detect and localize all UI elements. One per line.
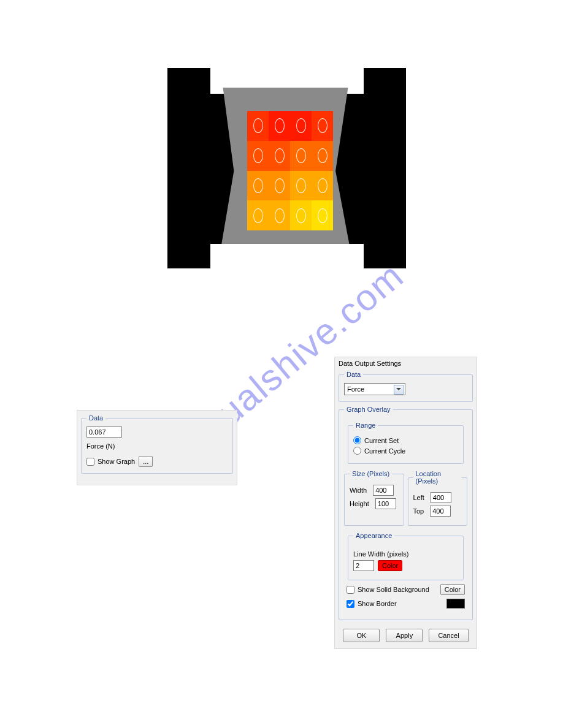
location-group: Location (Pixels) Left Top [408, 470, 468, 526]
data-mini-panel: Data Force (N) Show Graph ... [77, 410, 237, 485]
chevron-down-icon [396, 388, 401, 390]
left-label: Left [413, 494, 424, 501]
dialog-title: Data Output Settings [335, 357, 477, 367]
location-legend: Location (Pixels) [413, 470, 462, 485]
strain-heatmap [247, 111, 333, 230]
range-group: Range Current Set Current Cycle [348, 422, 464, 464]
data-value-field [86, 427, 122, 438]
bg-color-button[interactable]: Color [440, 584, 465, 595]
show-border-label: Show Border [358, 600, 397, 607]
mini-legend: Data [86, 414, 105, 422]
range-current-cycle-radio[interactable]: Current Cycle [353, 447, 405, 455]
apply-button[interactable]: Apply [386, 629, 423, 642]
more-button[interactable]: ... [139, 456, 153, 467]
border-color-swatch[interactable] [446, 599, 465, 609]
width-input[interactable] [373, 485, 394, 496]
graph-overlay-group: Graph Overlay Range Current Set Current … [339, 406, 473, 620]
data-group: Data Force [339, 371, 473, 402]
appearance-legend: Appearance [353, 532, 394, 539]
range-current-set-label: Current Set [364, 437, 399, 444]
data-source-selected: Force [347, 385, 364, 393]
specimen-image [167, 68, 406, 268]
show-graph-checkbox[interactable]: Show Graph [86, 458, 135, 466]
ok-button[interactable]: OK [343, 629, 380, 642]
range-legend: Range [353, 422, 378, 429]
left-input[interactable] [431, 492, 451, 503]
line-width-input[interactable] [353, 560, 374, 571]
line-color-button[interactable]: Color [378, 560, 402, 571]
height-label: Height [350, 500, 369, 507]
cancel-button[interactable]: Cancel [429, 629, 468, 642]
data-output-settings-dialog: Data Output Settings Data Force Graph Ov… [334, 357, 477, 649]
range-current-cycle-label: Current Cycle [364, 447, 405, 455]
show-graph-label: Show Graph [98, 458, 135, 465]
graph-overlay-legend: Graph Overlay [344, 406, 393, 413]
width-label: Width [350, 487, 367, 494]
range-current-set-radio[interactable]: Current Set [353, 436, 399, 444]
top-input[interactable] [430, 506, 451, 517]
data-group-legend: Data [344, 371, 363, 378]
show-solid-bg-label: Show Solid Background [358, 586, 429, 593]
data-unit-label: Force (N) [86, 442, 228, 450]
appearance-group: Appearance Line Width (pixels) Color [348, 532, 464, 580]
top-label: Top [413, 507, 424, 515]
show-border-checkbox[interactable]: Show Border [347, 600, 397, 608]
data-source-dropdown[interactable]: Force [344, 383, 405, 395]
size-legend: Size (Pixels) [350, 470, 392, 477]
line-width-label: Line Width (pixels) [353, 550, 458, 558]
show-solid-bg-checkbox[interactable]: Show Solid Background [347, 586, 429, 594]
height-input[interactable] [375, 498, 396, 509]
size-group: Size (Pixels) Width Height [344, 470, 404, 526]
